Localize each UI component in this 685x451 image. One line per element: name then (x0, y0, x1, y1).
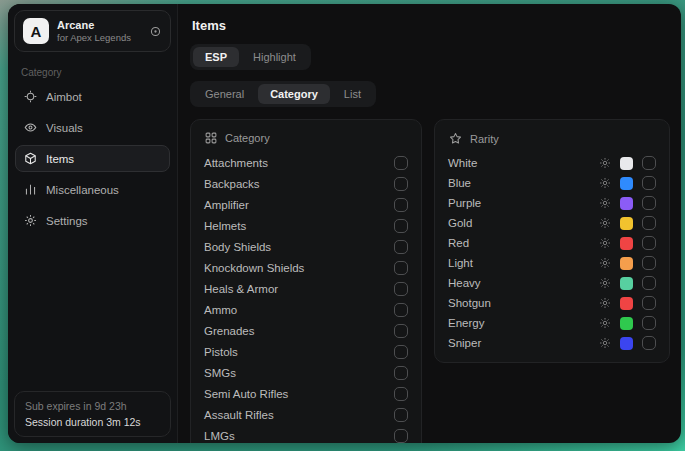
row-settings-gear-icon[interactable] (599, 157, 611, 169)
category-row-label: Ammo (204, 304, 237, 316)
checkbox[interactable] (394, 198, 408, 212)
color-swatch[interactable] (620, 297, 633, 310)
checkbox[interactable] (642, 336, 656, 350)
row-settings-gear-icon[interactable] (599, 297, 611, 309)
app-title: Arcane (57, 19, 131, 31)
panels: Category AttachmentsBackpacksAmplifierHe… (190, 119, 670, 443)
gear-icon (24, 214, 37, 227)
rarity-row-blue: Blue (448, 173, 656, 193)
rarity-row-label: Purple (448, 197, 590, 209)
mode-toggle: ESPHighlight (190, 44, 311, 70)
checkbox[interactable] (642, 296, 656, 310)
sidebar-item-aimbot[interactable]: Aimbot (15, 83, 170, 110)
rarity-row-label: Light (448, 257, 590, 269)
rarity-panel-header: Rarity (449, 132, 655, 145)
mode-highlight[interactable]: Highlight (241, 47, 308, 67)
checkbox[interactable] (394, 345, 408, 359)
category-row-helmets: Helmets (204, 215, 408, 236)
sidebar-item-items[interactable]: Items (15, 145, 170, 172)
category-row-label: Backpacks (204, 178, 260, 190)
sidebar-section-label: Category (21, 67, 164, 78)
row-settings-gear-icon[interactable] (599, 237, 611, 249)
checkbox[interactable] (642, 176, 656, 190)
rarity-row-shotgun: Shotgun (448, 293, 656, 313)
checkbox[interactable] (394, 219, 408, 233)
rarity-row-label: Sniper (448, 337, 590, 349)
checkbox[interactable] (394, 261, 408, 275)
tab-list[interactable]: List (332, 84, 373, 104)
tab-bar: GeneralCategoryList (190, 81, 376, 107)
color-swatch[interactable] (620, 317, 633, 330)
sidebar-item-visuals[interactable]: Visuals (15, 114, 170, 141)
rarity-row-sniper: Sniper (448, 333, 656, 353)
target-icon[interactable] (149, 25, 162, 38)
tab-general[interactable]: General (193, 84, 256, 104)
app-subtitle: for Apex Legends (57, 32, 131, 43)
category-row-label: Helmets (204, 220, 246, 232)
mode-esp[interactable]: ESP (193, 47, 239, 67)
checkbox[interactable] (642, 316, 656, 330)
main-content: Items ESPHighlight GeneralCategoryList C… (178, 4, 681, 443)
color-swatch[interactable] (620, 177, 633, 190)
category-row-pistols: Pistols (204, 341, 408, 362)
rarity-row-label: White (448, 157, 590, 169)
category-row-body-shields: Body Shields (204, 236, 408, 257)
color-swatch[interactable] (620, 217, 633, 230)
category-row-attachments: Attachments (204, 152, 408, 173)
sidebar-item-settings[interactable]: Settings (15, 207, 170, 234)
rarity-row-red: Red (448, 233, 656, 253)
checkbox[interactable] (394, 156, 408, 170)
color-swatch[interactable] (620, 157, 633, 170)
category-row-amplifier: Amplifier (204, 194, 408, 215)
row-settings-gear-icon[interactable] (599, 197, 611, 209)
rarity-list: WhiteBluePurpleGoldRedLightHeavyShotgunE… (448, 153, 656, 353)
category-row-label: Heals & Armor (204, 283, 278, 295)
checkbox[interactable] (394, 408, 408, 422)
color-swatch[interactable] (620, 337, 633, 350)
checkbox[interactable] (394, 387, 408, 401)
rarity-row-purple: Purple (448, 193, 656, 213)
app-window: A Arcane for Apex Legends Category Aimbo… (8, 4, 681, 443)
box-icon (24, 152, 37, 165)
row-settings-gear-icon[interactable] (599, 217, 611, 229)
checkbox[interactable] (394, 429, 408, 443)
rarity-row-light: Light (448, 253, 656, 273)
checkbox[interactable] (642, 196, 656, 210)
checkbox[interactable] (642, 276, 656, 290)
nav-item-label: Visuals (46, 122, 83, 134)
category-row-label: Pistols (204, 346, 238, 358)
checkbox[interactable] (394, 366, 408, 380)
checkbox[interactable] (642, 256, 656, 270)
subscription-card: Sub expires in 9d 23h Session duration 3… (14, 391, 171, 437)
category-row-label: Assault Rifles (204, 409, 274, 421)
category-row-label: Attachments (204, 157, 268, 169)
color-swatch[interactable] (620, 237, 633, 250)
checkbox[interactable] (642, 156, 656, 170)
rarity-row-white: White (448, 153, 656, 173)
rarity-panel-title: Rarity (470, 133, 499, 145)
checkbox[interactable] (642, 216, 656, 230)
checkbox[interactable] (394, 303, 408, 317)
checkbox[interactable] (394, 177, 408, 191)
category-row-heals-armor: Heals & Armor (204, 278, 408, 299)
nav-item-label: Miscellaneous (46, 184, 119, 196)
row-settings-gear-icon[interactable] (599, 177, 611, 189)
row-settings-gear-icon[interactable] (599, 277, 611, 289)
checkbox[interactable] (394, 324, 408, 338)
color-swatch[interactable] (620, 197, 633, 210)
category-panel: Category AttachmentsBackpacksAmplifierHe… (190, 119, 422, 443)
category-row-knockdown-shields: Knockdown Shields (204, 257, 408, 278)
checkbox[interactable] (394, 240, 408, 254)
row-settings-gear-icon[interactable] (599, 337, 611, 349)
category-row-smgs: SMGs (204, 362, 408, 383)
columns-icon (24, 183, 37, 196)
checkbox[interactable] (394, 282, 408, 296)
row-settings-gear-icon[interactable] (599, 257, 611, 269)
checkbox[interactable] (642, 236, 656, 250)
sidebar-item-miscellaneous[interactable]: Miscellaneous (15, 176, 170, 203)
color-swatch[interactable] (620, 277, 633, 290)
row-settings-gear-icon[interactable] (599, 317, 611, 329)
category-panel-title: Category (225, 132, 270, 144)
tab-category[interactable]: Category (258, 84, 330, 104)
color-swatch[interactable] (620, 257, 633, 270)
